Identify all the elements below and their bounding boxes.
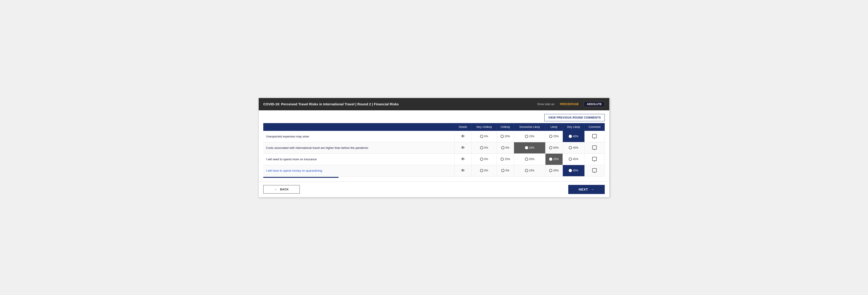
cell-likely[interactable]: 35%: [545, 165, 563, 176]
table-row: Costs associated with international trav…: [263, 142, 605, 153]
stats-toggle-group: Show stats as: PERCENTAGE ABSOLUTE: [537, 101, 605, 107]
radio-indicator: [525, 135, 528, 138]
comment-icon[interactable]: [592, 168, 597, 172]
cell-very_unlikely[interactable]: 0%: [471, 142, 497, 153]
percentage-value: 5%: [505, 169, 509, 172]
percentage-value: 50%: [553, 146, 559, 149]
radio-indicator: [480, 169, 483, 172]
cell-very_likely[interactable]: 45%: [563, 165, 584, 176]
details-cell[interactable]: 👁: [455, 153, 472, 165]
cell-unlikely[interactable]: 0%: [497, 142, 514, 153]
table-header-row: Details Very Unlikely Unlikely Somewhat …: [263, 123, 605, 131]
cell-likely[interactable]: 50%: [545, 142, 563, 153]
eye-icon: 👁: [461, 168, 465, 173]
percentage-value: 45%: [573, 157, 578, 161]
radio-indicator: [480, 157, 483, 161]
percentage-value: 0%: [484, 146, 488, 149]
col-header-question: [263, 123, 455, 131]
comment-cell[interactable]: [584, 153, 604, 165]
details-cell[interactable]: 👁: [455, 142, 472, 153]
main-container: COVID-19: Perceived Travel Risks in Inte…: [258, 98, 610, 198]
cell-very_unlikely[interactable]: 0%: [471, 165, 497, 176]
cell-very_likely[interactable]: 40%: [563, 131, 584, 142]
percentage-value: 20%: [529, 157, 534, 161]
percentage-value: 15%: [529, 169, 534, 172]
percentage-value: 0%: [484, 135, 488, 138]
col-header-unlikely: Unlikely: [497, 123, 514, 131]
eye-icon: 👁: [461, 145, 465, 150]
cell-unlikely[interactable]: 15%: [497, 153, 514, 165]
radio-indicator: [525, 157, 528, 161]
col-header-details: Details: [455, 123, 472, 131]
footer: ← BACK NEXT →: [259, 181, 609, 197]
radio-indicator: [549, 135, 552, 138]
col-header-very-likely: Very Likely: [563, 123, 584, 131]
radio-indicator: [569, 157, 572, 161]
absolute-btn[interactable]: ABSOLUTE: [584, 101, 605, 107]
cell-somewhat_likely[interactable]: 15%: [514, 131, 546, 142]
page-title: COVID-19: Perceived Travel Risks in Inte…: [263, 102, 399, 106]
next-label: NEXT: [579, 188, 588, 191]
comment-icon[interactable]: [592, 157, 597, 161]
comment-cell[interactable]: [584, 165, 604, 176]
cell-somewhat_likely[interactable]: 15%: [514, 165, 546, 176]
radio-indicator: [569, 169, 572, 172]
header: COVID-19: Perceived Travel Risks in Inte…: [259, 98, 609, 110]
next-button[interactable]: NEXT →: [568, 185, 605, 194]
percentage-value: 0%: [505, 146, 509, 149]
comment-cell[interactable]: [584, 131, 604, 142]
arrow-left-icon: ←: [274, 188, 277, 191]
cell-likely[interactable]: 20%: [545, 153, 563, 165]
details-cell[interactable]: 👁: [455, 131, 472, 142]
percentage-value: 0%: [484, 169, 488, 172]
comment-cell[interactable]: [584, 142, 604, 153]
back-button[interactable]: ← BACK: [263, 185, 300, 194]
view-prev-round-btn[interactable]: VIEW PREVIOUS ROUND COMMENTS: [544, 114, 605, 121]
cell-unlikely[interactable]: 5%: [497, 165, 514, 176]
radio-indicator: [549, 169, 552, 172]
radio-indicator: [569, 135, 572, 138]
survey-table-wrapper: Details Very Unlikely Unlikely Somewhat …: [263, 123, 605, 178]
percentage-value: 25%: [553, 135, 559, 138]
comment-icon[interactable]: [592, 145, 597, 150]
col-header-very-unlikely: Very Unlikely: [471, 123, 497, 131]
eye-icon: 👁: [461, 134, 465, 139]
comment-icon[interactable]: [592, 134, 597, 138]
cell-very_likely[interactable]: 45%: [563, 153, 584, 165]
radio-indicator: [549, 157, 552, 161]
cell-unlikely[interactable]: 20%: [497, 131, 514, 142]
percentage-value: 15%: [505, 157, 510, 161]
stats-label: Show stats as:: [537, 102, 555, 106]
percentage-value: 0%: [484, 157, 488, 161]
col-header-likely: Likely: [545, 123, 563, 131]
percentage-value: 15%: [529, 135, 534, 138]
cell-somewhat_likely[interactable]: 10%: [514, 142, 546, 153]
percentage-value: 20%: [505, 135, 510, 138]
survey-table: Details Very Unlikely Unlikely Somewhat …: [263, 123, 605, 176]
radio-indicator: [480, 135, 483, 138]
percentage-value: 10%: [529, 146, 534, 149]
question-cell: Costs associated with international trav…: [263, 142, 455, 153]
cell-very_unlikely[interactable]: 0%: [471, 131, 497, 142]
cell-likely[interactable]: 25%: [545, 131, 563, 142]
question-cell: I will need to spend more on insurance: [263, 153, 455, 165]
details-cell[interactable]: 👁: [455, 165, 472, 176]
radio-indicator: [501, 157, 504, 161]
percentage-value: 40%: [573, 146, 578, 149]
question-cell: I will have to spend money on quarantini…: [263, 165, 455, 176]
table-row: I will need to spend more on insurance👁0…: [263, 153, 605, 165]
percentage-btn[interactable]: PERCENTAGE: [557, 101, 582, 107]
percentage-value: 40%: [573, 135, 578, 138]
eye-icon: 👁: [461, 157, 465, 161]
arrow-right-icon: →: [591, 188, 594, 191]
radio-indicator: [480, 146, 483, 149]
percentage-value: 35%: [553, 169, 559, 172]
back-label: BACK: [280, 188, 289, 191]
question-link[interactable]: I will have to spend money on quarantini…: [266, 169, 322, 172]
question-cell: Unexpected expenses may arise: [263, 131, 455, 142]
cell-very_unlikely[interactable]: 0%: [471, 153, 497, 165]
radio-indicator: [569, 146, 572, 149]
cell-very_likely[interactable]: 40%: [563, 142, 584, 153]
col-header-comment: Comment: [584, 123, 604, 131]
cell-somewhat_likely[interactable]: 20%: [514, 153, 546, 165]
